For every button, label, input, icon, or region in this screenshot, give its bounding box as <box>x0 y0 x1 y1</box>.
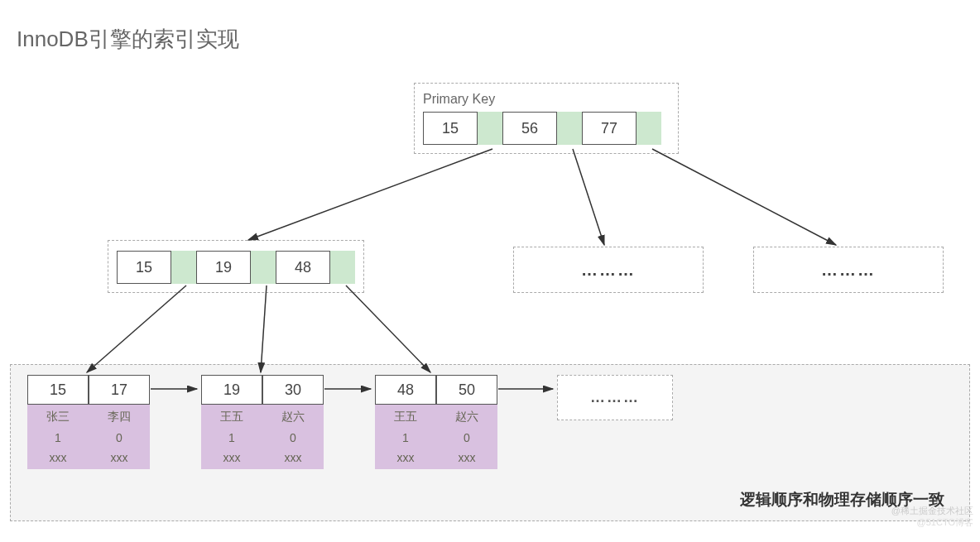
svg-line-4 <box>261 285 267 372</box>
internal-key-0: 15 <box>117 251 171 284</box>
record-name: 张三 <box>27 410 89 424</box>
leaf-record: 赵六 0 xxx <box>436 405 497 469</box>
record-name: 李四 <box>89 410 150 424</box>
watermark-text: @51CTO博客 <box>917 516 973 529</box>
leaf-page-1: 19 30 王五 1 xxx 赵六 0 xxx <box>201 375 324 469</box>
leaf-record: 张三 1 xxx <box>27 405 89 469</box>
record-flag: 1 <box>27 431 89 444</box>
pointer-cell <box>557 112 582 145</box>
leaf-key: 15 <box>27 375 89 405</box>
record-flag: 0 <box>89 431 150 444</box>
record-extra: xxx <box>27 451 89 464</box>
internal-node-placeholder: ……… <box>753 247 944 293</box>
leaf-key: 19 <box>201 375 262 405</box>
record-name: 王五 <box>201 410 262 424</box>
root-label: Primary Key <box>423 92 670 107</box>
root-key-2: 77 <box>582 112 637 145</box>
internal-key-1: 19 <box>196 251 251 284</box>
record-extra: xxx <box>262 451 324 464</box>
leaf-key: 48 <box>375 375 436 405</box>
leaf-record: 赵六 0 xxx <box>262 405 324 469</box>
record-extra: xxx <box>201 451 262 464</box>
svg-line-5 <box>346 285 430 372</box>
leaf-key: 30 <box>262 375 324 405</box>
record-extra: xxx <box>89 451 150 464</box>
record-flag: 1 <box>375 431 436 444</box>
pointer-cell <box>637 112 661 145</box>
root-key-1: 56 <box>502 112 557 145</box>
record-name: 王五 <box>375 410 436 424</box>
record-name: 赵六 <box>436 410 497 424</box>
record-flag: 1 <box>201 431 262 444</box>
leaf-key: 17 <box>89 375 150 405</box>
record-extra: xxx <box>436 451 497 464</box>
root-node: Primary Key 15 56 77 <box>414 83 679 154</box>
pointer-cell <box>478 112 502 145</box>
record-flag: 0 <box>436 431 497 444</box>
svg-line-1 <box>573 149 604 245</box>
svg-line-0 <box>248 149 492 240</box>
pointer-cell <box>171 251 196 284</box>
leaf-level-container: 15 17 张三 1 xxx 李四 0 xxx 19 30 王五 1 <box>10 364 970 521</box>
root-key-0: 15 <box>423 112 478 145</box>
leaf-record: 王五 1 xxx <box>375 405 436 469</box>
pointer-cell <box>330 251 355 284</box>
diagram-title: InnoDB引擎的索引实现 <box>17 25 239 54</box>
internal-key-2: 48 <box>276 251 330 284</box>
watermark-text: @稀土掘金技术社区 <box>891 505 973 517</box>
record-name: 赵六 <box>262 410 324 424</box>
leaf-record: 王五 1 xxx <box>201 405 262 469</box>
internal-node-placeholder: ……… <box>513 247 704 293</box>
pointer-cell <box>251 251 276 284</box>
svg-line-3 <box>87 285 186 372</box>
leaf-page-0: 15 17 张三 1 xxx 李四 0 xxx <box>27 375 150 469</box>
record-flag: 0 <box>262 431 324 444</box>
record-extra: xxx <box>375 451 436 464</box>
leaf-page-placeholder: ……… <box>557 375 673 420</box>
leaf-key: 50 <box>436 375 497 405</box>
internal-node: 15 19 48 <box>108 240 364 293</box>
leaf-record: 李四 0 xxx <box>89 405 150 469</box>
leaf-page-2: 48 50 王五 1 xxx 赵六 0 xxx <box>375 375 497 469</box>
svg-line-2 <box>652 149 836 245</box>
